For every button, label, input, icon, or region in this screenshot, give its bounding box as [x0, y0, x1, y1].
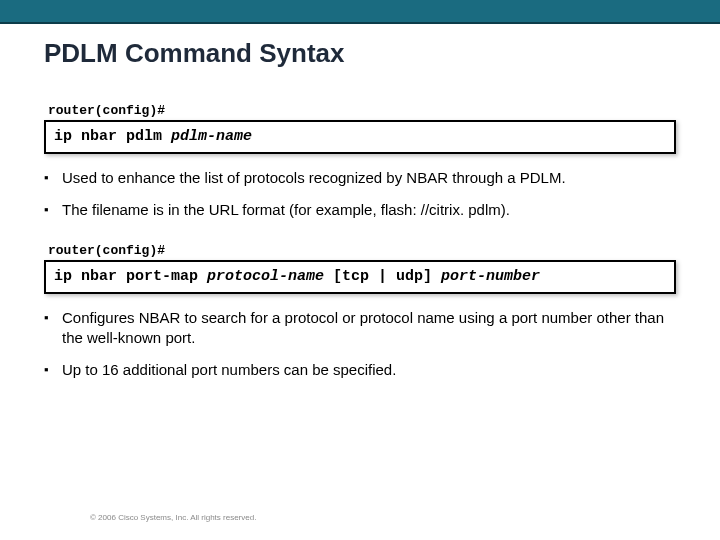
footer-copyright: © 2006 Cisco Systems, Inc. All rights re…	[90, 513, 256, 522]
cmd2-var1: protocol-name	[207, 268, 324, 285]
cmd1-static: ip nbar pdlm	[54, 128, 171, 145]
bullet-item: The filename is in the URL format (for e…	[44, 200, 676, 220]
page-title: PDLM Command Syntax	[44, 38, 676, 69]
cmd2-static1: ip nbar port-map	[54, 268, 207, 285]
bullet-item: Configures NBAR to search for a protocol…	[44, 308, 676, 349]
prompt-1: router(config)#	[48, 103, 676, 118]
bullet-item: Used to enhance the list of protocols re…	[44, 168, 676, 188]
bullets-2: Configures NBAR to search for a protocol…	[44, 308, 676, 381]
top-accent-bar	[0, 0, 720, 24]
bullet-item: Up to 16 additional port numbers can be …	[44, 360, 676, 380]
command-box-2: ip nbar port-map protocol-name [tcp | ud…	[44, 260, 676, 294]
slide-content: PDLM Command Syntax router(config)# ip n…	[0, 24, 720, 380]
bullets-1: Used to enhance the list of protocols re…	[44, 168, 676, 221]
cmd2-var2: port-number	[441, 268, 540, 285]
cmd2-static2: [tcp | udp]	[324, 268, 441, 285]
cmd1-var: pdlm-name	[171, 128, 252, 145]
command-box-1: ip nbar pdlm pdlm-name	[44, 120, 676, 154]
prompt-2: router(config)#	[48, 243, 676, 258]
